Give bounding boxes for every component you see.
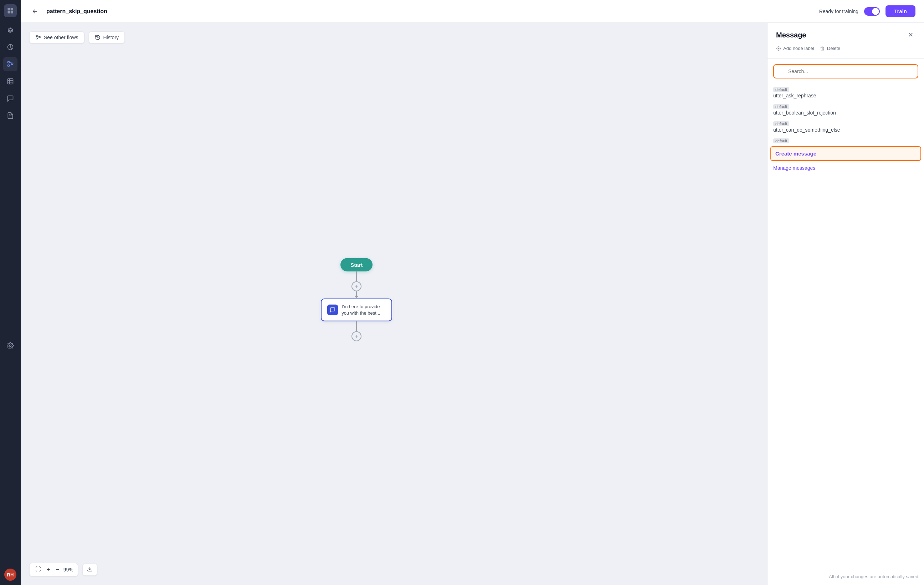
item-name: utter_can_do_something_else [773, 127, 918, 133]
train-button[interactable]: Train [886, 5, 916, 17]
svg-point-12 [10, 345, 12, 347]
zoom-group: + − 99% [29, 563, 78, 577]
svg-point-5 [9, 30, 10, 31]
sidebar-item-flows[interactable] [3, 57, 18, 71]
search-wrapper [773, 64, 918, 78]
canvas-area: See other flows History Start + [21, 23, 767, 585]
svg-rect-13 [36, 35, 38, 36]
topbar-right: Ready for training Train [819, 5, 916, 17]
svg-rect-14 [36, 38, 38, 39]
main-container: pattern_skip_question Ready for training… [21, 0, 924, 585]
zoom-controls: + − 99% [29, 563, 97, 577]
connector-line-1 [356, 271, 357, 281]
panel-actions: Add node label Delete [776, 44, 916, 53]
delete-label-text: Delete [827, 46, 841, 51]
item-badge: default [773, 87, 789, 92]
history-label: History [103, 35, 119, 40]
manage-messages-item[interactable]: Manage messages [767, 162, 924, 174]
item-badge: default [773, 139, 789, 144]
ready-for-training-toggle[interactable] [864, 7, 880, 16]
item-name: utter_boolean_slot_rejection [773, 110, 918, 116]
zoom-level: 99% [63, 567, 73, 572]
topbar: pattern_skip_question Ready for training… [21, 0, 924, 23]
sidebar-item-analytics[interactable] [3, 40, 18, 54]
message-node[interactable]: I'm here to provide you with the best... [321, 299, 392, 321]
add-node-button-1[interactable]: + [351, 281, 361, 291]
list-item[interactable]: default utter_ask_rephrase [767, 84, 924, 101]
download-button[interactable] [82, 564, 97, 576]
add-node-label-text: Add node label [783, 46, 814, 51]
connector-line-2 [356, 321, 357, 331]
auto-save-notice: All of your changes are automatically sa… [767, 568, 924, 585]
list-item-spacer: default [767, 136, 924, 145]
message-dropdown-list: default utter_ask_rephrase default utter… [767, 81, 924, 568]
arrow-1 [354, 291, 359, 299]
svg-rect-8 [8, 62, 10, 63]
add-node-button-2[interactable]: + [351, 331, 361, 341]
search-container [767, 58, 924, 81]
svg-rect-9 [8, 65, 10, 66]
flow-diagram: Start + [321, 258, 392, 341]
panel-close-button[interactable]: ✕ [906, 30, 916, 40]
see-other-flows-button[interactable]: See other flows [29, 31, 84, 43]
svg-rect-3 [11, 11, 13, 13]
svg-rect-2 [8, 11, 10, 13]
sidebar-item-chat[interactable] [3, 91, 18, 106]
panel-header: Message ✕ Add node label [767, 23, 924, 58]
item-badge: default [773, 121, 789, 126]
history-button[interactable]: History [89, 31, 125, 43]
start-node[interactable]: Start [340, 258, 373, 271]
message-node-icon [327, 305, 338, 315]
svg-point-6 [11, 30, 12, 31]
sidebar: RH [0, 0, 21, 585]
sidebar-item-settings[interactable] [3, 339, 18, 353]
svg-rect-1 [11, 8, 13, 11]
sidebar-avatar[interactable]: RH [4, 568, 16, 581]
delete-button[interactable]: Delete [820, 44, 841, 53]
zoom-in-button[interactable]: + [45, 566, 51, 573]
toggle-label: Ready for training [819, 8, 859, 14]
page-title: pattern_skip_question [46, 8, 813, 15]
svg-rect-0 [8, 8, 10, 11]
back-button[interactable] [29, 6, 41, 17]
right-panel: Message ✕ Add node label [767, 23, 924, 585]
message-search-input[interactable] [773, 64, 918, 78]
panel-title: Message [776, 31, 806, 39]
see-other-flows-label: See other flows [44, 35, 78, 40]
fit-button[interactable] [34, 565, 43, 574]
sidebar-logo[interactable] [4, 4, 17, 17]
add-node-label-button[interactable]: Add node label [776, 44, 814, 53]
canvas-toolbar: See other flows History [29, 31, 125, 43]
sidebar-item-table[interactable] [3, 74, 18, 88]
item-name: utter_ask_rephrase [773, 93, 918, 98]
list-item[interactable]: default utter_can_do_something_else [767, 119, 924, 136]
message-node-text: I'm here to provide you with the best... [342, 304, 386, 316]
create-message-item[interactable]: Create message [771, 146, 921, 161]
manage-messages-label: Manage messages [773, 165, 918, 171]
zoom-out-button[interactable]: − [54, 566, 60, 573]
content-area: See other flows History Start + [21, 23, 924, 585]
sidebar-item-docs[interactable] [3, 108, 18, 123]
sidebar-item-robot[interactable] [3, 23, 18, 37]
item-badge: default [773, 104, 789, 109]
list-item[interactable]: default utter_boolean_slot_rejection [767, 101, 924, 119]
svg-rect-11 [8, 79, 13, 84]
create-message-label: Create message [776, 150, 916, 157]
panel-title-row: Message ✕ [776, 30, 916, 40]
auto-save-text: All of your changes are automatically sa… [829, 574, 918, 579]
